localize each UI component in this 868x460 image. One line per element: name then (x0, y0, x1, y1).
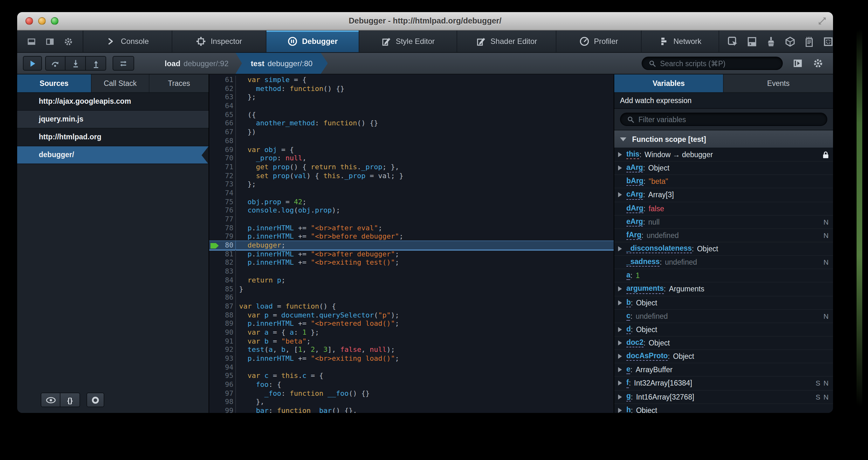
code-line-61[interactable]: 61 var simple = { (209, 76, 614, 84)
code-line-76[interactable]: 76 console.log(obj.prop); (209, 206, 614, 215)
code-line-78[interactable]: 78 p.innerHTML += "<br>after eval"; (209, 224, 614, 232)
tab-profiler[interactable]: Profiler (556, 31, 642, 52)
sources-tab-sources[interactable]: Sources (17, 75, 92, 92)
line-number[interactable]: 85 (209, 285, 236, 293)
line-number[interactable]: 90 (209, 328, 236, 337)
line-number[interactable]: 83 (209, 267, 236, 276)
line-number[interactable]: 78 (209, 224, 236, 232)
variable-value[interactable]: null (648, 218, 660, 226)
tab-debugger[interactable]: Debugger (267, 31, 359, 52)
variable-row-a[interactable]: a:1 (614, 269, 833, 283)
code-line-66[interactable]: 66 another_method: function() {} (209, 119, 614, 128)
add-watch-expression[interactable]: Add watch expression (614, 93, 833, 109)
variable-value[interactable]: Object (636, 299, 657, 306)
pretty-print-button[interactable]: {} (60, 393, 80, 407)
expand-arrow-icon[interactable] (618, 193, 622, 198)
variable-row-c[interactable]: c:undefinedN (614, 310, 833, 323)
variable-name[interactable]: a (626, 271, 630, 280)
expand-arrow-icon[interactable] (618, 327, 622, 332)
variable-row-arguments[interactable]: arguments:Arguments (614, 283, 833, 296)
expand-arrow-icon[interactable] (618, 394, 622, 399)
code-line-71[interactable]: 71 get prop() { return this._prop; }, (209, 163, 614, 171)
variable-row-sadness[interactable]: _sadness:undefinedN (614, 256, 833, 269)
code-line-85[interactable]: 85} (209, 285, 614, 293)
variables-tab-events[interactable]: Events (724, 75, 833, 92)
variable-name[interactable]: docAsProto (626, 352, 668, 361)
line-number[interactable]: 66 (209, 119, 236, 128)
expand-arrow-icon[interactable] (618, 354, 622, 359)
line-number[interactable]: 65 (209, 111, 236, 119)
line-number[interactable]: 61 (209, 76, 236, 84)
code-line-69[interactable]: 69 var obj = { (209, 145, 614, 154)
tab-console[interactable]: Console (83, 31, 172, 52)
variable-value[interactable]: "beta" (649, 178, 668, 185)
variable-name[interactable]: h (626, 406, 631, 413)
code-line-82[interactable]: 82 p.innerHTML += "<br>exiting test()"; (209, 259, 614, 267)
code-line-81[interactable]: 81 p.innerHTML += "<br>after debugger"; (209, 250, 614, 259)
source-item-debugger[interactable]: debugger/ (17, 146, 209, 164)
line-number[interactable]: 97 (209, 390, 236, 398)
variable-name[interactable]: b (626, 298, 631, 307)
variable-value[interactable]: Object (649, 339, 670, 347)
code-line-72[interactable]: 72 set prop(val) { this._prop = val; } (209, 171, 614, 180)
code-line-98[interactable]: 98 }, (209, 398, 614, 407)
variable-value[interactable]: 1 (636, 272, 640, 280)
code-line-93[interactable]: 93 p.innerHTML += "<br>exiting load()"; (209, 354, 614, 363)
variable-name[interactable]: fArg (626, 231, 641, 240)
variable-value[interactable]: undefined (636, 312, 668, 320)
line-number[interactable]: 88 (209, 311, 236, 319)
variable-name[interactable]: eArg (626, 217, 643, 226)
expand-arrow-icon[interactable] (618, 368, 622, 373)
line-number[interactable]: 84 (209, 276, 236, 285)
variable-row-farg[interactable]: fArg:undefinedN (614, 229, 833, 242)
filter-variables-input[interactable]: Filter variables (620, 113, 827, 126)
variable-value[interactable]: false (649, 205, 664, 212)
expand-arrow-icon[interactable] (618, 152, 622, 157)
code-line-73[interactable]: 73 }; (209, 180, 614, 189)
variable-row-d[interactable]: d:Object (614, 323, 833, 337)
pick-element-icon[interactable] (727, 36, 738, 47)
line-number[interactable]: 86 (209, 293, 236, 302)
variable-name[interactable]: _sadness (626, 258, 660, 266)
dock-bottom-icon[interactable] (27, 36, 36, 46)
gear-icon[interactable] (64, 36, 73, 46)
split-console-icon[interactable] (747, 36, 757, 47)
line-number[interactable]: 95 (209, 372, 236, 380)
expand-arrow-icon[interactable] (618, 381, 622, 386)
variable-name[interactable]: dArg (626, 204, 644, 213)
tab-shader-editor[interactable]: Shader Editor (457, 31, 556, 52)
breadcrumb-test[interactable]: testdebugger/:80 (236, 53, 328, 74)
line-number[interactable]: 62 (209, 84, 236, 93)
variables-tab-variables[interactable]: Variables (614, 75, 724, 92)
variable-row-darg[interactable]: dArg:false (614, 202, 833, 215)
code-line-67[interactable]: 67 }) (209, 128, 614, 137)
code-editor[interactable]: 61 var simple = {62 method: function() {… (209, 75, 614, 413)
variable-value[interactable]: Window → debugger (645, 151, 713, 159)
variable-row-b[interactable]: b:Object (614, 296, 833, 310)
tab-style-editor[interactable]: Style Editor (359, 31, 457, 52)
expand-arrow-icon[interactable] (618, 407, 622, 412)
line-number[interactable]: 79 (209, 233, 236, 241)
variable-row-disconsolateness[interactable]: _disconsolateness:Object (614, 242, 833, 256)
tab-inspector[interactable]: Inspector (172, 31, 267, 52)
expand-arrow-icon[interactable] (618, 166, 622, 171)
code-line-77[interactable]: 77 (209, 215, 614, 224)
line-number[interactable]: 87 (209, 302, 236, 311)
tilt-3d-icon[interactable] (785, 36, 796, 47)
code-line-70[interactable]: 70 _prop: null, (209, 154, 614, 163)
line-number[interactable]: 93 (209, 354, 236, 363)
expand-arrow-icon[interactable] (618, 246, 622, 251)
dock-side-icon[interactable] (45, 36, 55, 46)
tab-network[interactable]: Network (642, 31, 719, 52)
variable-name[interactable]: e (626, 365, 630, 374)
variable-row-e[interactable]: e:ArrayBuffer (614, 364, 833, 377)
minimize-button[interactable] (38, 17, 46, 25)
debugger-settings-gear-icon[interactable] (813, 58, 824, 69)
variable-value[interactable]: Object (648, 164, 670, 172)
source-item-http-htmlpad-org[interactable]: http://htmlpad.org (17, 128, 209, 146)
expand-arrow-icon[interactable] (618, 300, 622, 305)
variable-row-this[interactable]: this:Window → debugger (614, 148, 833, 162)
variable-value[interactable]: Int32Array[16384] (634, 379, 692, 387)
line-number[interactable]: 68 (209, 137, 236, 145)
code-line-87[interactable]: 87var load = function() { (209, 302, 614, 311)
